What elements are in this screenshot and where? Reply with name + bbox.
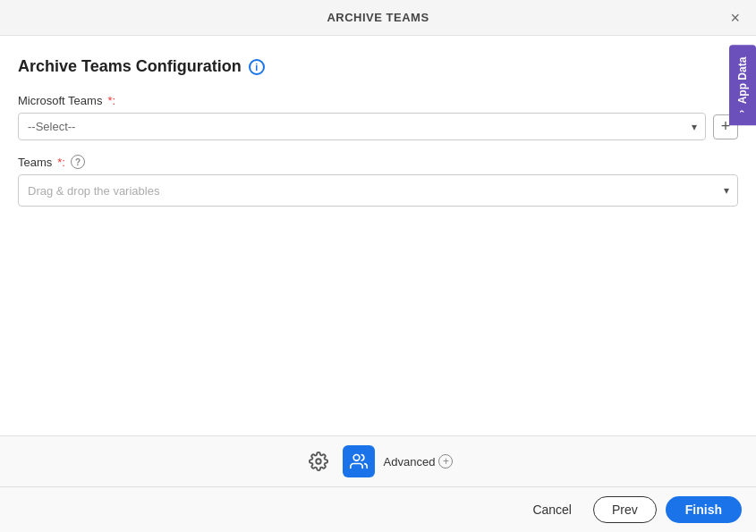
teams-group: Teams *: ? Drag & drop the variables ▾ — [18, 155, 738, 207]
teams-drag-drop-wrapper: Drag & drop the variables ▾ — [18, 174, 738, 207]
ms-teams-required: *: — [107, 94, 115, 107]
teams-required: *: — [57, 156, 65, 169]
teams-label: Teams *: ? — [18, 155, 738, 169]
ms-teams-select-wrapper: --Select-- ▾ — [18, 113, 706, 140]
teams-drag-drop-field[interactable]: Drag & drop the variables — [18, 174, 738, 207]
ms-teams-label: Microsoft Teams *: — [18, 94, 738, 107]
teams-help-icon[interactable]: ? — [71, 155, 85, 169]
main-content: Archive Teams Configuration i Microsoft … — [0, 36, 756, 435]
footer-actions-row: Cancel Prev Finish — [0, 487, 756, 532]
prev-button[interactable]: Prev — [593, 496, 657, 523]
cancel-button[interactable]: Cancel — [520, 496, 584, 523]
title-bar: ARCHIVE TEAMS × — [0, 0, 756, 36]
people-icon — [350, 452, 368, 470]
advanced-plus-icon[interactable]: + — [438, 454, 453, 469]
page-title-container: Archive Teams Configuration i — [18, 57, 738, 76]
footer-bar: Advanced + Cancel Prev Finish — [0, 435, 756, 532]
people-icon-button[interactable] — [343, 445, 375, 477]
info-icon[interactable]: i — [249, 59, 265, 75]
svg-point-1 — [353, 455, 360, 461]
teams-drag-placeholder: Drag & drop the variables — [28, 184, 159, 198]
ms-teams-row: --Select-- ▾ + — [18, 113, 738, 140]
finish-button[interactable]: Finish — [666, 496, 742, 523]
footer-icons-row: Advanced + — [0, 436, 756, 487]
advanced-text: Advanced — [384, 455, 436, 469]
close-button[interactable]: × — [725, 8, 745, 28]
page-title-text: Archive Teams Configuration — [18, 57, 242, 76]
svg-point-0 — [316, 459, 321, 464]
teams-label-text: Teams — [18, 156, 52, 169]
gear-icon — [309, 452, 328, 471]
app-data-label: App Data — [736, 57, 749, 105]
dialog-title: ARCHIVE TEAMS — [327, 11, 429, 24]
advanced-label-container: Advanced + — [384, 454, 454, 469]
ms-teams-select[interactable]: --Select-- — [18, 113, 706, 140]
ms-teams-label-text: Microsoft Teams — [18, 94, 102, 107]
ms-teams-group: Microsoft Teams *: --Select-- ▾ + — [18, 94, 738, 140]
dialog-container: ARCHIVE TEAMS × ‹ App Data Archive Teams… — [0, 0, 756, 532]
chevron-left-icon: ‹ — [737, 110, 748, 114]
app-data-tab[interactable]: ‹ App Data — [729, 45, 756, 125]
gear-settings-button[interactable] — [303, 446, 334, 477]
